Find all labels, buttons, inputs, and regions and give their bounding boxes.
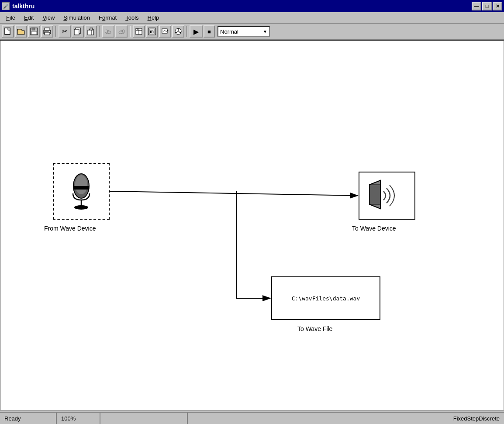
save-button[interactable] [28,25,40,38]
to-wave-device-label: To Wave Device [352,225,396,232]
svg-rect-45 [369,185,380,204]
chevron-down-icon: ▼ [263,29,267,34]
copy-button[interactable] [72,25,84,38]
title-text: talkthru [12,3,35,10]
to-wave-device-block[interactable] [359,172,415,220]
redo-button[interactable] [115,25,128,38]
to-wave-file-label: To Wave File [297,325,332,332]
svg-point-19 [119,31,122,34]
tool-btn-2[interactable]: m [146,25,158,38]
status-bar: Ready 100% FixedStepDiscrete [0,412,504,424]
redo-icon [117,28,125,35]
svg-point-16 [107,31,111,34]
microphone-icon [62,169,101,213]
svg-point-20 [122,30,125,32]
tool-btn-3[interactable] [159,25,171,38]
maximize-button[interactable]: □ [482,2,492,10]
separator-1 [55,26,56,37]
svg-rect-14 [88,30,91,35]
svg-point-17 [105,30,107,32]
separator-3 [130,26,131,37]
normal-dropdown-value: Normal [220,28,238,35]
status-solver: FixedStepDiscrete [449,413,504,424]
open-icon [17,28,25,35]
speaker-icon [365,176,409,215]
svg-marker-2 [17,29,24,34]
separator-2 [99,26,100,37]
svg-rect-0 [5,28,10,34]
save-icon [30,28,38,35]
svg-line-36 [110,191,358,196]
normal-dropdown[interactable]: Normal ▼ [217,26,270,37]
tool-btn-1[interactable]: S [133,25,145,38]
paste-button[interactable] [85,25,97,38]
svg-rect-6 [45,28,50,30]
to-wave-file-path: C:\wavFiles\data.wav [292,295,360,302]
paste-icon [87,28,95,35]
app-icon: 🎤 [2,2,10,10]
status-ready: Ready [0,413,57,424]
svg-rect-41 [73,186,89,190]
print-button[interactable] [41,25,53,38]
separator-4 [186,26,187,37]
menu-format[interactable]: Format [95,14,120,22]
menu-simulation[interactable]: Simulation [60,14,93,22]
cut-button[interactable]: ✂ [59,25,71,38]
menu-tools[interactable]: Tools [122,14,142,22]
title-bar: 🎤 talkthru — □ ✕ [0,0,504,12]
tool-btn-4[interactable] [172,25,184,38]
open-button[interactable] [15,25,27,38]
menu-view[interactable]: View [39,14,58,22]
undo-button[interactable] [102,25,114,38]
svg-rect-13 [90,28,93,30]
status-zoom: 100% [57,413,100,424]
svg-rect-4 [32,28,35,30]
new-button[interactable] [2,25,14,38]
cut-icon: ✂ [62,28,68,35]
svg-point-9 [49,31,50,32]
svg-point-43 [74,205,88,210]
undo-icon [104,28,112,35]
stop-button[interactable]: ■ [204,25,215,38]
copy-icon [74,28,82,35]
fan-icon [174,28,182,35]
status-middle [100,413,188,424]
play-button[interactable]: ▶ [190,25,203,38]
model-icon: m [148,28,156,35]
svg-point-34 [177,31,179,32]
from-wave-device-label: From Wave Device [44,225,96,232]
canvas-area[interactable]: From Wave Device To Wave Device C:\wavFi… [0,40,504,410]
from-wave-device-block[interactable] [53,163,110,220]
title-bar-left: 🎤 talkthru [2,2,35,10]
toolbar: ✂ [0,24,504,40]
scope-icon [161,28,169,35]
print-icon [43,28,51,35]
svg-point-40 [75,175,87,194]
svg-text:m: m [150,29,154,34]
svg-rect-8 [45,32,50,35]
svg-rect-11 [74,29,79,35]
stop-icon: ■ [207,28,211,35]
close-button[interactable]: ✕ [493,2,502,10]
minimize-button[interactable]: — [472,2,481,10]
menu-file[interactable]: File [3,14,19,22]
menu-edit[interactable]: Edit [21,14,37,22]
play-icon: ▶ [193,28,199,36]
title-buttons: — □ ✕ [472,2,502,10]
menu-bar: File Edit View Simulation Format Tools H… [0,12,504,24]
library-icon: S [135,28,143,35]
svg-rect-28 [162,29,167,33]
svg-rect-5 [31,31,37,34]
new-icon [4,28,12,35]
to-wave-file-block[interactable]: C:\wavFiles\data.wav [271,276,380,320]
menu-help[interactable]: Help [144,14,163,22]
